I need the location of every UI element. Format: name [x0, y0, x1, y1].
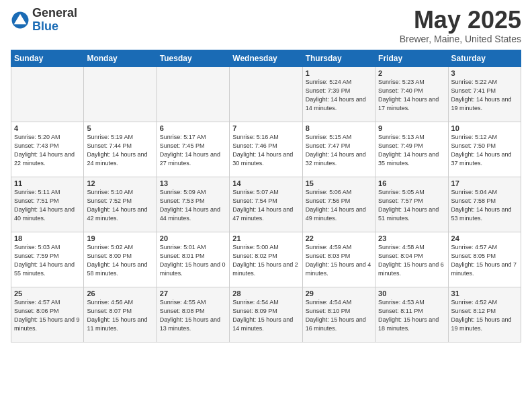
day-number: 13 [160, 179, 226, 187]
calendar-cell: 23Sunrise: 4:58 AMSunset: 8:04 PMDayligh… [375, 232, 448, 287]
calendar-cell: 15Sunrise: 5:06 AMSunset: 7:56 PMDayligh… [302, 177, 375, 232]
calendar-week-row: 25Sunrise: 4:57 AMSunset: 8:06 PMDayligh… [11, 287, 521, 342]
calendar-week-row: 4Sunrise: 5:20 AMSunset: 7:43 PMDaylight… [11, 122, 521, 177]
day-number: 5 [87, 124, 153, 132]
day-detail: Sunrise: 4:59 AMSunset: 8:03 PMDaylight:… [306, 243, 372, 278]
day-detail: Sunrise: 5:06 AMSunset: 7:56 PMDaylight:… [306, 188, 372, 223]
weekday-header-saturday: Saturday [448, 50, 521, 66]
calendar-cell: 7Sunrise: 5:16 AMSunset: 7:46 PMDaylight… [230, 122, 302, 177]
calendar-cell: 3Sunrise: 5:22 AMSunset: 7:41 PMDaylight… [448, 66, 521, 122]
day-number: 1 [306, 69, 372, 77]
day-detail: Sunrise: 5:04 AMSunset: 7:58 PMDaylight:… [451, 188, 518, 223]
weekday-header-row: SundayMondayTuesdayWednesdayThursdayFrid… [11, 50, 521, 66]
calendar-body: 1Sunrise: 5:24 AMSunset: 7:39 PMDaylight… [11, 66, 521, 342]
calendar-cell: 18Sunrise: 5:03 AMSunset: 7:59 PMDayligh… [11, 232, 84, 287]
calendar-week-row: 11Sunrise: 5:11 AMSunset: 7:51 PMDayligh… [11, 177, 521, 232]
calendar-cell: 14Sunrise: 5:07 AMSunset: 7:54 PMDayligh… [230, 177, 302, 232]
day-detail: Sunrise: 5:22 AMSunset: 7:41 PMDaylight:… [451, 78, 518, 113]
calendar-cell: 13Sunrise: 5:09 AMSunset: 7:53 PMDayligh… [157, 177, 229, 232]
calendar-cell: 5Sunrise: 5:19 AMSunset: 7:44 PMDaylight… [84, 122, 157, 177]
day-number: 28 [232, 289, 299, 298]
day-number: 6 [160, 124, 226, 132]
day-detail: Sunrise: 5:00 AMSunset: 8:02 PMDaylight:… [232, 243, 299, 278]
day-number: 14 [232, 179, 299, 187]
day-number: 20 [160, 234, 226, 242]
day-detail: Sunrise: 5:23 AMSunset: 7:40 PMDaylight:… [378, 78, 445, 113]
calendar-cell: 9Sunrise: 5:13 AMSunset: 7:49 PMDaylight… [375, 122, 448, 177]
day-detail: Sunrise: 5:20 AMSunset: 7:43 PMDaylight:… [14, 133, 81, 168]
day-detail: Sunrise: 4:57 AMSunset: 8:05 PMDaylight:… [451, 243, 518, 278]
day-number: 25 [14, 289, 81, 298]
calendar-cell: 21Sunrise: 5:00 AMSunset: 8:02 PMDayligh… [230, 232, 302, 287]
calendar-cell: 6Sunrise: 5:17 AMSunset: 7:45 PMDaylight… [157, 122, 229, 177]
calendar-cell: 28Sunrise: 4:54 AMSunset: 8:09 PMDayligh… [230, 287, 302, 342]
calendar-cell: 26Sunrise: 4:56 AMSunset: 8:07 PMDayligh… [84, 287, 157, 342]
title-block: May 2025 Brewer, Maine, United States [400, 7, 521, 44]
day-number: 12 [87, 179, 153, 187]
day-number: 4 [14, 124, 81, 132]
day-detail: Sunrise: 5:10 AMSunset: 7:52 PMDaylight:… [87, 188, 153, 223]
calendar-cell: 1Sunrise: 5:24 AMSunset: 7:39 PMDaylight… [302, 66, 375, 122]
day-number: 21 [232, 234, 299, 242]
calendar-cell [157, 66, 229, 122]
day-number: 22 [306, 234, 372, 242]
calendar-table: SundayMondayTuesdayWednesdayThursdayFrid… [11, 50, 521, 342]
day-detail: Sunrise: 5:05 AMSunset: 7:57 PMDaylight:… [378, 188, 445, 223]
calendar-cell: 30Sunrise: 4:53 AMSunset: 8:11 PMDayligh… [375, 287, 448, 342]
calendar-cell: 27Sunrise: 4:55 AMSunset: 8:08 PMDayligh… [157, 287, 229, 342]
weekday-header-thursday: Thursday [302, 50, 375, 66]
day-detail: Sunrise: 5:16 AMSunset: 7:46 PMDaylight:… [232, 133, 299, 168]
calendar-cell: 11Sunrise: 5:11 AMSunset: 7:51 PMDayligh… [11, 177, 84, 232]
day-number: 27 [160, 289, 226, 298]
calendar-cell: 4Sunrise: 5:20 AMSunset: 7:43 PMDaylight… [11, 122, 84, 177]
calendar-week-row: 1Sunrise: 5:24 AMSunset: 7:39 PMDaylight… [11, 66, 521, 122]
day-number: 7 [232, 124, 299, 132]
logo-blue-text: Blue [32, 20, 77, 34]
calendar-cell: 22Sunrise: 4:59 AMSunset: 8:03 PMDayligh… [302, 232, 375, 287]
day-number: 3 [451, 69, 518, 77]
calendar-cell: 20Sunrise: 5:01 AMSunset: 8:01 PMDayligh… [157, 232, 229, 287]
calendar-cell [84, 66, 157, 122]
calendar-week-row: 18Sunrise: 5:03 AMSunset: 7:59 PMDayligh… [11, 232, 521, 287]
day-detail: Sunrise: 5:17 AMSunset: 7:45 PMDaylight:… [160, 133, 226, 168]
day-number: 19 [87, 234, 153, 242]
day-detail: Sunrise: 5:07 AMSunset: 7:54 PMDaylight:… [232, 188, 299, 223]
calendar-cell: 16Sunrise: 5:05 AMSunset: 7:57 PMDayligh… [375, 177, 448, 232]
day-detail: Sunrise: 5:01 AMSunset: 8:01 PMDaylight:… [160, 243, 226, 278]
day-number: 17 [451, 179, 518, 187]
day-number: 18 [14, 234, 81, 242]
calendar-cell: 19Sunrise: 5:02 AMSunset: 8:00 PMDayligh… [84, 232, 157, 287]
day-detail: Sunrise: 5:15 AMSunset: 7:47 PMDaylight:… [306, 133, 372, 168]
day-detail: Sunrise: 4:55 AMSunset: 8:08 PMDaylight:… [160, 298, 226, 333]
day-detail: Sunrise: 5:09 AMSunset: 7:53 PMDaylight:… [160, 188, 226, 223]
day-detail: Sunrise: 5:03 AMSunset: 7:59 PMDaylight:… [14, 243, 81, 278]
weekday-header-monday: Monday [84, 50, 157, 66]
day-detail: Sunrise: 4:56 AMSunset: 8:07 PMDaylight:… [87, 298, 153, 333]
calendar-cell: 25Sunrise: 4:57 AMSunset: 8:06 PMDayligh… [11, 287, 84, 342]
day-number: 16 [378, 179, 445, 187]
day-number: 8 [306, 124, 372, 132]
calendar-title: May 2025 [400, 7, 521, 34]
day-number: 24 [451, 234, 518, 242]
day-number: 9 [378, 124, 445, 132]
calendar-cell: 29Sunrise: 4:54 AMSunset: 8:10 PMDayligh… [302, 287, 375, 342]
day-detail: Sunrise: 4:57 AMSunset: 8:06 PMDaylight:… [14, 298, 81, 333]
logo-general-text: General [32, 7, 77, 20]
day-detail: Sunrise: 5:12 AMSunset: 7:50 PMDaylight:… [451, 133, 518, 168]
day-detail: Sunrise: 4:53 AMSunset: 8:11 PMDaylight:… [378, 298, 445, 333]
calendar-cell: 31Sunrise: 4:52 AMSunset: 8:12 PMDayligh… [448, 287, 521, 342]
day-number: 23 [378, 234, 445, 242]
weekday-header-sunday: Sunday [11, 50, 84, 66]
day-detail: Sunrise: 5:19 AMSunset: 7:44 PMDaylight:… [87, 133, 153, 168]
calendar-cell: 10Sunrise: 5:12 AMSunset: 7:50 PMDayligh… [448, 122, 521, 177]
calendar-cell: 24Sunrise: 4:57 AMSunset: 8:05 PMDayligh… [448, 232, 521, 287]
calendar-header: SundayMondayTuesdayWednesdayThursdayFrid… [11, 50, 521, 66]
day-detail: Sunrise: 5:02 AMSunset: 8:00 PMDaylight:… [87, 243, 153, 278]
calendar-cell [230, 66, 302, 122]
calendar-container: General Blue May 2025 Brewer, Maine, Uni… [0, 0, 532, 349]
day-number: 10 [451, 124, 518, 132]
day-detail: Sunrise: 5:11 AMSunset: 7:51 PMDaylight:… [14, 188, 81, 223]
logo-icon [11, 11, 30, 30]
day-detail: Sunrise: 5:13 AMSunset: 7:49 PMDaylight:… [378, 133, 445, 168]
day-detail: Sunrise: 4:54 AMSunset: 8:09 PMDaylight:… [232, 298, 299, 333]
